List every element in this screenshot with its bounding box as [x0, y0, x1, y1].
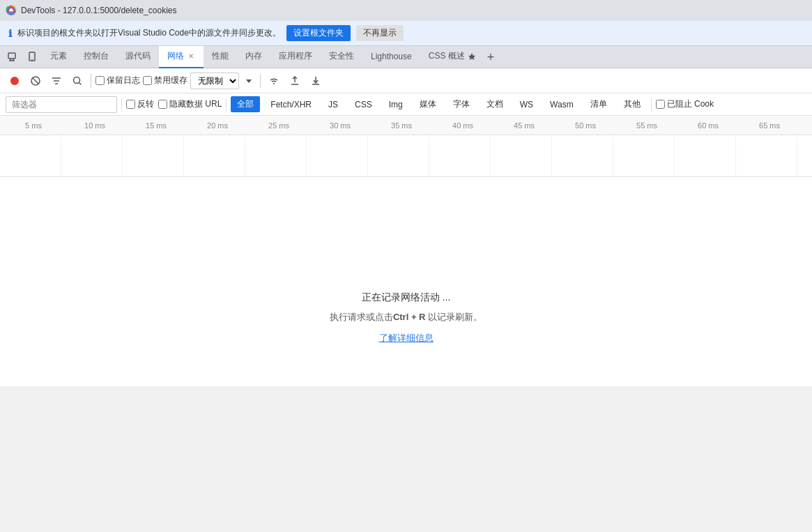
timeline-tick: 55 ms — [616, 121, 677, 130]
filter-tag-fetch[interactable]: Fetch/XHR — [264, 98, 318, 112]
svg-point-7 — [31, 59, 32, 59]
timeline-column — [307, 135, 368, 177]
timeline-tick: 5 ms — [3, 121, 64, 130]
timeline-column — [552, 135, 613, 177]
dismiss-button[interactable]: 不再显示 — [356, 25, 404, 41]
info-icon: ℹ — [8, 28, 12, 39]
inspect-icon-btn[interactable] — [3, 47, 22, 67]
svg-marker-17 — [246, 79, 252, 83]
filter-divider-3 — [651, 98, 652, 112]
timeline-tick: 35 ms — [371, 121, 432, 130]
tab-elements[interactable]: 元素 — [42, 46, 75, 68]
filter-tag-doc[interactable]: 文档 — [480, 96, 510, 112]
timeline-column — [429, 135, 491, 177]
recording-title: 正在记录网络活动 ... — [330, 291, 482, 304]
add-tab-btn[interactable]: + — [487, 51, 495, 63]
tab-css-overview[interactable]: CSS 概述 — [420, 46, 484, 68]
filter-icon — [51, 75, 62, 86]
device-icon — [26, 52, 38, 63]
svg-marker-8 — [468, 53, 475, 60]
filter-tag-font[interactable]: 字体 — [447, 96, 476, 112]
upload-icon — [289, 75, 300, 86]
filter-tag-all[interactable]: 全部 — [231, 96, 260, 112]
preserve-log-checkbox[interactable] — [95, 76, 105, 85]
timeline-column — [491, 135, 552, 177]
invert-checkbox[interactable] — [126, 100, 135, 109]
tab-lighthouse[interactable]: Lighthouse — [362, 46, 420, 68]
filter-tag-manifest[interactable]: 清单 — [584, 96, 613, 112]
recording-status: 正在记录网络活动 ... 执行请求或点击Ctrl + R 以记录刷新。 了解详细… — [330, 291, 482, 344]
timeline-column — [184, 135, 245, 177]
tabs-bar: 元素 控制台 源代码 网络 ✕ 性能 内存 应用程序 安全性 Lighthous… — [0, 46, 812, 68]
device-toggle-btn[interactable] — [22, 47, 42, 67]
timeline-column — [368, 135, 429, 177]
timeline-tick: 15 ms — [125, 121, 187, 130]
filter-tag-media[interactable]: 媒体 — [413, 96, 443, 112]
wifi-icon — [268, 75, 279, 86]
hide-data-url-label[interactable]: 隐藏数据 URL — [158, 98, 222, 110]
tab-sources[interactable]: 源代码 — [117, 46, 159, 68]
info-text: 标识项目的根文件夹以打开Visual Studio Code中的源文件并同步更改… — [17, 27, 281, 39]
import-button[interactable] — [286, 72, 304, 90]
invert-label[interactable]: 反转 — [126, 98, 154, 110]
hide-data-url-checkbox[interactable] — [158, 100, 167, 109]
throttle-select[interactable]: 无限制 — [190, 73, 239, 89]
inspect-icon — [7, 52, 18, 63]
throttle-dropdown-btn[interactable] — [242, 72, 256, 90]
filter-tag-js[interactable]: JS — [322, 98, 344, 112]
filter-tag-css[interactable]: CSS — [348, 98, 378, 112]
filter-tag-wasm[interactable]: Wasm — [544, 98, 580, 112]
preserve-log-label[interactable]: 保留日志 — [95, 75, 140, 86]
network-conditions-button[interactable] — [265, 72, 283, 90]
filter-tag-ws[interactable]: WS — [514, 98, 539, 112]
record-icon — [10, 76, 20, 86]
tab-performance[interactable]: 性能 — [204, 46, 237, 68]
timeline-column — [61, 135, 123, 177]
timeline-tick: 50 ms — [555, 121, 616, 130]
toolbar-separator-2 — [260, 74, 261, 88]
learn-more-link[interactable]: 了解详细信息 — [379, 333, 434, 343]
timeline-header: 5 ms10 ms15 ms20 ms25 ms30 ms35 ms40 ms4… — [0, 116, 812, 135]
css-overview-icon — [468, 52, 476, 61]
devtools-window: DevTools - 127.0.0.1:5000/delete_cookies… — [0, 0, 812, 386]
timeline-column — [736, 135, 797, 177]
timeline-tick: 20 ms — [187, 121, 248, 130]
filter-toggle-button[interactable] — [47, 72, 66, 90]
disable-cache-checkbox[interactable] — [143, 76, 152, 85]
clear-button[interactable] — [26, 72, 45, 90]
disable-cache-label[interactable]: 禁用缓存 — [143, 75, 187, 86]
timeline-tick: 40 ms — [432, 121, 493, 130]
svg-point-9 — [10, 77, 19, 85]
blocked-cookies-label[interactable]: 已阻止 Cook — [656, 98, 714, 110]
filter-input[interactable] — [6, 96, 117, 113]
tab-network[interactable]: 网络 ✕ — [159, 46, 204, 68]
main-content-area: 正在记录网络活动 ... 执行请求或点击Ctrl + R 以记录刷新。 了解详细… — [0, 177, 812, 386]
chevron-down-icon — [245, 77, 252, 84]
timeline-tick: 60 ms — [677, 121, 739, 130]
timeline-column — [675, 135, 736, 177]
timeline-column — [123, 135, 184, 177]
tab-memory[interactable]: 内存 — [237, 46, 270, 68]
filter-bar: 反转 隐藏数据 URL 全部 Fetch/XHR JS CSS Img 媒体 字… — [0, 93, 812, 116]
timeline-tick: 30 ms — [309, 121, 371, 130]
tab-console[interactable]: 控制台 — [75, 46, 117, 68]
set-root-button[interactable]: 设置根文件夹 — [286, 25, 351, 41]
tab-security[interactable]: 安全性 — [321, 46, 362, 68]
tab-application[interactable]: 应用程序 — [270, 46, 321, 68]
blocked-cookies-checkbox[interactable] — [656, 100, 665, 109]
search-button[interactable] — [68, 72, 86, 90]
record-button[interactable] — [6, 72, 24, 90]
svg-point-15 — [74, 77, 80, 83]
download-icon — [310, 75, 321, 86]
info-banner: ℹ 标识项目的根文件夹以打开Visual Studio Code中的源文件并同步… — [0, 21, 812, 46]
svg-line-11 — [33, 78, 38, 84]
timeline-tick: 25 ms — [248, 121, 309, 130]
filter-divider-1 — [121, 98, 122, 112]
export-button[interactable] — [307, 72, 325, 90]
tab-close-icon[interactable]: ✕ — [187, 51, 195, 61]
search-icon — [72, 75, 83, 86]
svg-rect-2 — [8, 53, 15, 59]
filter-tag-other[interactable]: 其他 — [618, 96, 647, 112]
timeline-column — [245, 135, 307, 177]
filter-tag-img[interactable]: Img — [383, 98, 409, 112]
